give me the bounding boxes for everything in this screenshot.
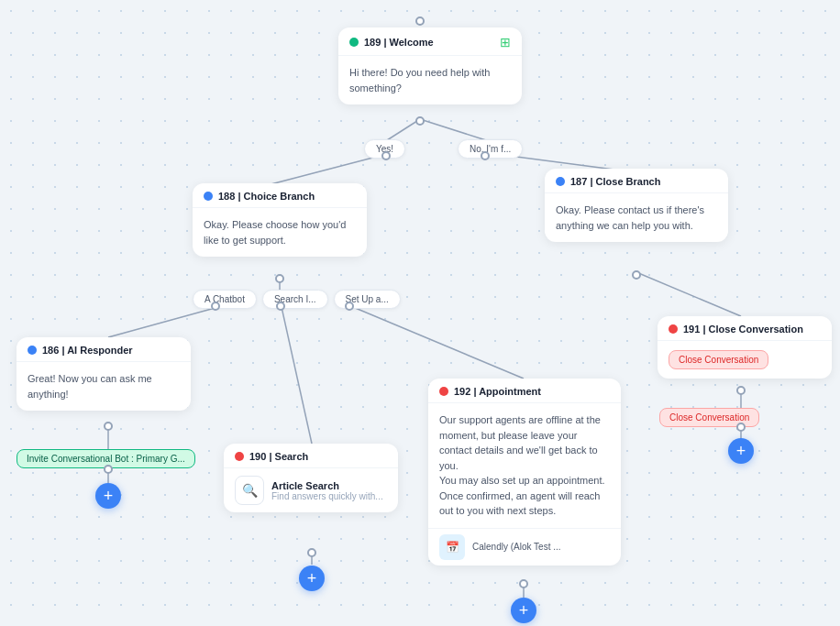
appointment-body: Our support agents are offline at the mo… [428,403,621,528]
ai-responder-node: 186 | AI Responder Great! Now you can as… [17,337,191,411]
search-article-title: Article Search [271,480,383,491]
ai-responder-header: 186 | AI Responder [17,337,191,362]
close-conv-header: 191 | Close Conversation [658,316,832,341]
chatbot-chip[interactable]: A Chatbot [193,290,257,309]
ai-bottom-dot [104,422,113,431]
svg-line-5 [108,307,218,337]
setup-dot [345,302,354,311]
choice-body: Okay. Please choose how you'd like to ge… [193,208,367,257]
close-branch-node: 187 | Close Branch Okay. Please contact … [545,169,728,242]
close-conv-plus-button[interactable]: + [728,438,754,464]
close-conv-title: 191 | Close Conversation [683,324,803,335]
search-node-header: 190 | Search [224,444,398,468]
welcome-node-header: 189 | Welcome ⊞ [338,27,522,56]
choice-branch-header: 188 | Choice Branch [193,183,367,208]
welcome-node: 189 | Welcome ⊞ Hi there! Do you need he… [338,27,522,104]
top-connector-dot [415,16,425,26]
appointment-title: 192 | Appointment [454,386,541,397]
close-branch-title: 187 | Close Branch [570,176,660,187]
appointment-plus-button[interactable]: + [511,598,536,623]
search-item: 🔍 Article Search Find answers quickly wi… [224,468,398,512]
close-conv-bottom-dot [736,386,746,395]
choice-chips-row: A Chatbot Search I... Set Up a... [193,290,401,309]
welcome-bottom-dot [415,116,425,126]
search-plus-button[interactable]: + [299,566,325,591]
svg-line-8 [636,272,741,316]
ai-dot [28,346,37,355]
calendly-icon: 📅 [439,534,465,560]
choice-bottom-dot [275,274,284,283]
close-conv-dot [669,324,678,334]
search-chip[interactable]: Search I... [262,290,328,309]
search-node-title: 190 | Search [249,451,308,462]
yes-dot [381,151,391,160]
choice-branch-node: 188 | Choice Branch Okay. Please choose … [193,183,367,257]
search-dot [276,302,285,311]
ai-body: Great! Now you can ask me anything! [17,362,191,411]
close-conv2-dot [736,423,746,432]
no-dot [481,151,490,160]
calendly-row: 📅 Calendly (Alok Test ... [428,528,621,566]
chatbot-dot [211,302,220,311]
close-conv-node: 191 | Close Conversation Close Conversat… [658,316,832,379]
choice-dot [204,192,213,201]
svg-line-7 [353,307,524,379]
close-branch-header: 187 | Close Branch [545,169,728,193]
close-branch-dot [556,177,565,186]
close-branch-body: Okay. Please contact us if there's anyth… [545,193,728,242]
bookmark-icon: ⊞ [500,35,511,49]
appointment-header: 192 | Appointment [428,379,621,403]
no-chip-label[interactable]: No, I'm f... [458,139,523,159]
choice-title: 188 | Choice Branch [218,191,315,202]
appointment-dot [439,387,448,396]
search-red-dot [235,452,244,461]
ai-title: 186 | AI Responder [42,345,133,356]
calendly-text: Calendly (Alok Test ... [472,542,561,552]
search-icon-box: 🔍 [235,476,264,505]
ai-plus-button[interactable]: + [95,483,121,509]
svg-line-6 [282,307,312,444]
close-conv-body: Close Conversation [658,341,832,379]
setup-chip[interactable]: Set Up a... [334,290,401,309]
search-node: 190 | Search 🔍 Article Search Find answe… [224,444,398,512]
search-article-sub: Find answers quickly with... [271,491,383,501]
svg-line-1 [420,119,486,140]
welcome-title: 189 | Welcome [364,37,434,48]
search-item-text: Article Search Find answers quickly with… [271,480,383,501]
no-chip[interactable]: No, I'm f... [458,139,523,159]
search-bottom-dot [307,548,316,557]
close-branch-bottom-dot [632,270,641,280]
appointment-node: 192 | Appointment Our support agents are… [428,379,621,566]
flow-canvas: 189 | Welcome ⊞ Hi there! Do you need he… [0,0,840,626]
invite-dot [104,465,113,474]
welcome-body: Hi there! Do you need help with somethin… [338,56,522,104]
welcome-dot [349,38,359,47]
appointment-bottom-dot [519,579,528,588]
close-conv-badge1: Close Conversation [669,350,768,369]
